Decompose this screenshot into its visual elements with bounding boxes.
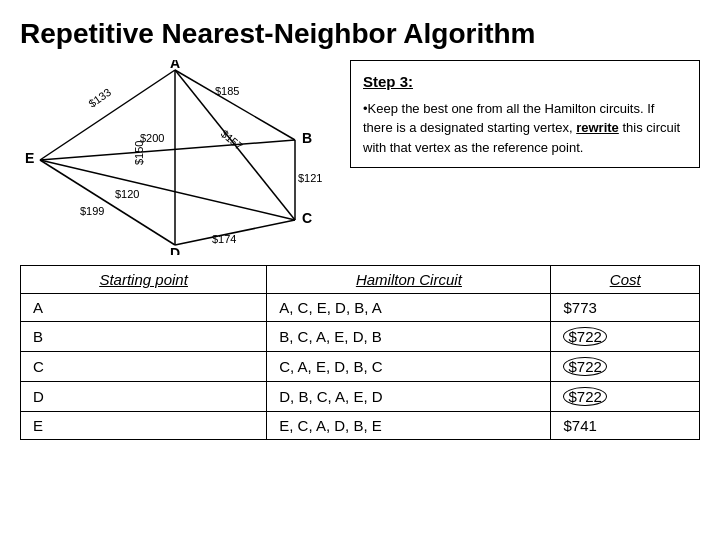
svg-text:E: E (25, 150, 34, 166)
svg-line-1 (40, 140, 295, 160)
cell-cost: $722 (551, 352, 700, 382)
svg-line-3 (40, 160, 175, 245)
svg-line-4 (175, 70, 295, 140)
cell-start: C (21, 352, 267, 382)
cell-cost: $722 (551, 322, 700, 352)
col-header-start: Starting point (21, 266, 267, 294)
cell-start: B (21, 322, 267, 352)
step-label: Step 3: (363, 71, 687, 94)
svg-text:B: B (302, 130, 312, 146)
table-row: DD, B, C, A, E, D$722 (21, 382, 700, 412)
cell-circuit: A, C, E, D, B, A (267, 294, 551, 322)
cell-cost: $722 (551, 382, 700, 412)
svg-text:D: D (170, 245, 180, 255)
graph-svg: A B C D E $133 $200 $120 $199 $185 $150 (20, 60, 330, 255)
cell-circuit: B, C, A, E, D, B (267, 322, 551, 352)
svg-line-2 (40, 160, 295, 220)
table-row: AA, C, E, D, B, A$773 (21, 294, 700, 322)
page: Repetitive Nearest-Neighbor Algorithm (0, 0, 720, 540)
table-header-row: Starting point Hamilton Circuit Cost (21, 266, 700, 294)
col-header-circuit: Hamilton Circuit (267, 266, 551, 294)
cell-start: E (21, 412, 267, 440)
col-header-cost: Cost (551, 266, 700, 294)
svg-text:C: C (302, 210, 312, 226)
cell-circuit: E, C, A, D, B, E (267, 412, 551, 440)
circled-cost: $722 (563, 357, 606, 376)
svg-text:A: A (170, 60, 180, 71)
svg-text:$150: $150 (133, 141, 145, 165)
svg-text:$174: $174 (212, 233, 236, 245)
page-title: Repetitive Nearest-Neighbor Algorithm (20, 18, 700, 50)
cell-cost: $741 (551, 412, 700, 440)
cell-circuit: C, A, E, D, B, C (267, 352, 551, 382)
table-row: EE, C, A, D, B, E$741 (21, 412, 700, 440)
table-row: BB, C, A, E, D, B$722 (21, 322, 700, 352)
svg-text:$157: $157 (219, 127, 245, 152)
cell-start: A (21, 294, 267, 322)
table-row: CC, A, E, D, B, C$722 (21, 352, 700, 382)
top-section: A B C D E $133 $200 $120 $199 $185 $150 (20, 60, 700, 255)
step-text: •Keep the best one from all the Hamilton… (363, 99, 687, 158)
cell-cost: $773 (551, 294, 700, 322)
svg-text:$121: $121 (298, 172, 322, 184)
svg-text:$185: $185 (215, 85, 239, 97)
data-table: Starting point Hamilton Circuit Cost AA,… (20, 265, 700, 440)
graph-area: A B C D E $133 $200 $120 $199 $185 $150 (20, 60, 330, 255)
cell-circuit: D, B, C, A, E, D (267, 382, 551, 412)
svg-line-0 (40, 70, 175, 160)
step-box: Step 3: •Keep the best one from all the … (350, 60, 700, 168)
circled-cost: $722 (563, 327, 606, 346)
svg-text:$120: $120 (115, 188, 139, 200)
svg-text:$199: $199 (80, 205, 104, 217)
circled-cost: $722 (563, 387, 606, 406)
cell-start: D (21, 382, 267, 412)
svg-text:$133: $133 (86, 86, 113, 110)
